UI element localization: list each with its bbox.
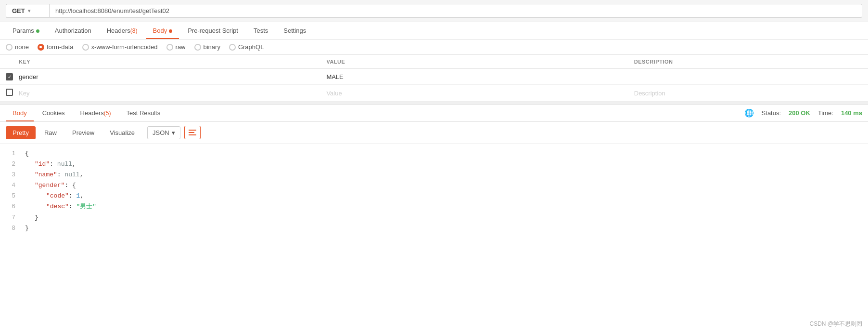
col-key-header: KEY: [13, 55, 320, 69]
json-brace-close: }: [25, 223, 29, 234]
tab-body[interactable]: Body: [146, 22, 179, 39]
json-line-2: 2 "id": null,: [6, 159, 862, 170]
response-header: Body Cookies Headers(5) Test Results 🌐 S…: [0, 105, 868, 122]
col-checkbox-header: [0, 55, 13, 69]
status-value: 200 OK: [789, 109, 810, 117]
placeholder-checkbox-cell: [0, 85, 13, 102]
table-row-placeholder: Key Value Description: [0, 85, 868, 102]
response-status: 🌐 Status: 200 OK Time: 140 ms: [744, 108, 862, 118]
placeholder-checkbox[interactable]: [6, 89, 13, 96]
col-desc-header: DESCRIPTION: [628, 55, 868, 69]
row-key-cell: gender: [13, 69, 320, 85]
radio-urlencoded-circle: [82, 44, 89, 51]
body-type-row: none form-data x-www-form-urlencoded raw…: [0, 40, 868, 55]
url-input[interactable]: [49, 4, 862, 18]
time-value: 140 ms: [841, 109, 862, 117]
radio-form-data[interactable]: form-data: [38, 43, 74, 51]
status-label: Status:: [762, 109, 781, 117]
radio-binary-circle: [194, 44, 201, 51]
line-num-4: 4: [6, 180, 15, 191]
tab-headers[interactable]: Headers(8): [100, 22, 144, 39]
resp-visualize[interactable]: Visualize: [103, 126, 141, 139]
json-line-6: 6 "desc": "男士": [6, 201, 862, 212]
radio-graphql-circle: [229, 44, 236, 51]
resp-pretty[interactable]: Pretty: [6, 126, 36, 139]
row-key-value: gender: [19, 73, 38, 80]
headers-badge: (8): [130, 27, 138, 34]
row-value-cell: MALE: [320, 69, 628, 85]
resp-headers-badge: (5): [104, 110, 111, 117]
body-dot: [169, 29, 172, 33]
placeholder-value: Value: [326, 90, 342, 97]
url-bar: GET ▾: [0, 0, 868, 22]
wrap-button[interactable]: [184, 126, 201, 139]
resp-tab-cookies[interactable]: Cookies: [36, 105, 72, 121]
json-line-8: 8 }: [6, 223, 862, 234]
response-tabs: Body Cookies Headers(5) Test Results: [6, 105, 167, 121]
response-toolbar: Pretty Raw Preview Visualize JSON ▾: [0, 122, 868, 144]
tab-params[interactable]: Params: [6, 22, 46, 39]
wrap-icon: [189, 130, 196, 135]
line-num-7: 7: [6, 212, 15, 223]
resp-tab-body[interactable]: Body: [6, 105, 34, 121]
line-num-1: 1: [6, 148, 15, 159]
radio-binary[interactable]: binary: [194, 43, 220, 51]
resp-tab-test-results[interactable]: Test Results: [119, 105, 167, 121]
resp-preview[interactable]: Preview: [65, 126, 101, 139]
tab-tests[interactable]: Tests: [247, 22, 275, 39]
row-value-value: MALE: [326, 73, 343, 80]
line-num-8: 8: [6, 223, 15, 234]
radio-urlencoded[interactable]: x-www-form-urlencoded: [82, 43, 158, 51]
tab-settings[interactable]: Settings: [277, 22, 313, 39]
resp-raw[interactable]: Raw: [38, 126, 64, 139]
tab-authorization[interactable]: Authorization: [48, 22, 98, 39]
row-desc-cell: [628, 69, 868, 85]
col-value-header: VALUE: [320, 55, 628, 69]
radio-none-circle: [6, 44, 13, 51]
row-checkbox[interactable]: [6, 73, 13, 80]
line-num-2: 2: [6, 159, 15, 170]
params-dot: [36, 29, 39, 33]
placeholder-key: Key: [19, 90, 29, 97]
table-row: gender MALE: [0, 69, 868, 85]
placeholder-key-cell[interactable]: Key: [13, 85, 320, 102]
radio-raw-circle: [166, 44, 173, 51]
request-tabs: Params Authorization Headers(8) Body Pre…: [0, 22, 868, 40]
method-label: GET: [12, 7, 25, 14]
format-select[interactable]: JSON ▾: [147, 126, 180, 139]
json-line-1: 1 {: [6, 148, 862, 159]
resp-tab-headers[interactable]: Headers(5): [74, 105, 118, 121]
line-num-3: 3: [6, 170, 15, 180]
radio-none[interactable]: none: [6, 43, 29, 51]
row-checkbox-cell: [0, 69, 13, 85]
json-line-7: 7 }: [6, 212, 862, 223]
format-chevron: ▾: [172, 129, 175, 136]
tab-pre-request[interactable]: Pre-request Script: [181, 22, 245, 39]
placeholder-value-cell[interactable]: Value: [320, 85, 628, 102]
json-line-5: 5 "code": 1,: [6, 191, 862, 201]
line-num-5: 5: [6, 191, 15, 201]
json-brace-open: {: [25, 148, 29, 159]
time-label: Time:: [818, 109, 833, 117]
radio-form-data-circle: [38, 44, 44, 51]
method-chevron: ▾: [28, 8, 30, 13]
radio-raw[interactable]: raw: [166, 43, 186, 51]
globe-icon: 🌐: [744, 108, 754, 118]
placeholder-desc: Description: [634, 90, 665, 97]
form-data-table: KEY VALUE DESCRIPTION gender MALE: [0, 55, 868, 102]
radio-graphql[interactable]: GraphQL: [229, 43, 264, 51]
json-line-4: 4 "gender": {: [6, 180, 862, 191]
json-line-3: 3 "name": null,: [6, 170, 862, 180]
json-output: 1 { 2 "id": null, 3 "name": null, 4 "gen…: [0, 144, 868, 239]
placeholder-desc-cell[interactable]: Description: [628, 85, 868, 102]
method-select[interactable]: GET ▾: [6, 4, 49, 18]
line-num-6: 6: [6, 201, 15, 212]
